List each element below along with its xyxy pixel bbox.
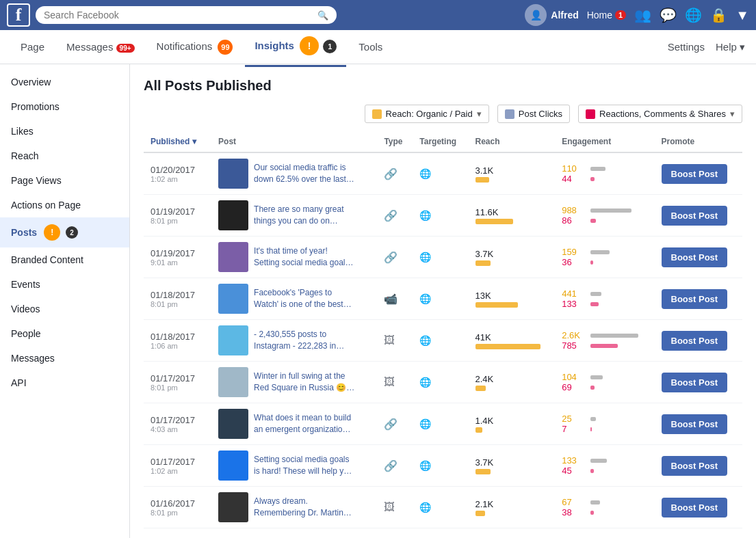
filter-reactions[interactable]: Reactions, Comments & Shares ▾ bbox=[578, 105, 742, 123]
sidebar-item-promotions[interactable]: Promotions bbox=[0, 94, 129, 119]
filter-reach-label: Reach: Organic / Paid bbox=[386, 109, 473, 119]
post-text[interactable]: Facebook's 'Pages to Watch' is one of th… bbox=[254, 287, 355, 310]
engagement-row-2: 133 bbox=[562, 299, 647, 309]
filter-reach-dropdown-icon[interactable]: ▾ bbox=[477, 109, 482, 119]
engagement-value-2: 69 bbox=[562, 382, 586, 392]
tab-page[interactable]: Page bbox=[11, 31, 54, 62]
search-input[interactable] bbox=[44, 10, 317, 21]
engagement-row-2: 36 bbox=[562, 257, 647, 267]
settings-button[interactable]: Settings bbox=[668, 41, 705, 53]
boost-post-button[interactable]: Boost Post bbox=[662, 289, 728, 309]
page-title: All Posts Published bbox=[144, 78, 742, 94]
settings-icon[interactable]: 🔒 bbox=[710, 7, 727, 23]
filter-post-clicks[interactable]: Post Clicks bbox=[497, 105, 570, 123]
type-icon: 📹 bbox=[384, 293, 397, 305]
sidebar-label-likes: Likes bbox=[11, 126, 34, 137]
engagement-value-2: 44 bbox=[562, 174, 586, 184]
col-reach: Reach bbox=[469, 131, 556, 152]
tab-messages[interactable]: Messages 99+ bbox=[57, 31, 144, 62]
sidebar-item-branded-content[interactable]: Branded Content bbox=[0, 247, 129, 272]
reach-bar-wrap bbox=[475, 344, 549, 349]
sidebar-item-likes[interactable]: Likes bbox=[0, 119, 129, 144]
boost-post-button[interactable]: Boost Post bbox=[662, 206, 728, 226]
post-text[interactable]: There are so many great things you can d… bbox=[254, 204, 355, 227]
filter-reactions-dropdown-icon[interactable]: ▾ bbox=[730, 109, 735, 119]
tab-tools[interactable]: Tools bbox=[349, 31, 392, 62]
cell-post: Winter in full swing at the Red Square i… bbox=[211, 362, 377, 403]
post-text[interactable]: - 2,430,555 posts to Instagram - 222,283… bbox=[254, 329, 355, 352]
tab-insights[interactable]: Insights ! 1 bbox=[245, 27, 346, 67]
boost-post-button[interactable]: Boost Post bbox=[662, 373, 728, 392]
boost-post-button[interactable]: Boost Post bbox=[662, 498, 728, 517]
engagement-bar-1 bbox=[590, 375, 603, 379]
help-button[interactable]: Help ▾ bbox=[716, 41, 745, 53]
cell-targeting: 🌐 bbox=[413, 445, 468, 487]
cell-targeting: 🌐 bbox=[413, 403, 468, 445]
boost-post-button[interactable]: Boost Post bbox=[662, 247, 728, 267]
table-row: 01/18/20178:01 pmFacebook's 'Pages to Wa… bbox=[144, 278, 742, 320]
sidebar-item-messages[interactable]: Messages bbox=[0, 346, 129, 371]
search-bar-container[interactable]: 🔍 bbox=[36, 6, 337, 24]
user-avatar-area[interactable]: 👤 Alfred bbox=[525, 4, 578, 26]
sidebar-item-actions-on-page[interactable]: Actions on Page bbox=[0, 193, 129, 217]
post-text[interactable]: Winter in full swing at the Red Square i… bbox=[254, 371, 355, 394]
sidebar-label-api: API bbox=[11, 377, 27, 388]
cell-promote: Boost Post bbox=[655, 152, 742, 195]
post-text[interactable]: Our social media traffic is down 62.5% o… bbox=[254, 162, 355, 185]
table-row: 01/17/20171:02 amSetting social media go… bbox=[144, 445, 742, 487]
post-text[interactable]: Setting social media goals is hard! Thes… bbox=[254, 454, 355, 477]
engagement-bar-1 bbox=[590, 250, 610, 254]
dropdown-icon[interactable]: ▼ bbox=[735, 8, 749, 23]
reach-bar-wrap bbox=[475, 177, 549, 183]
engagement-row-2: 7 bbox=[562, 424, 647, 434]
top-navigation-bar: f 🔍 👤 Alfred Home 1 👥 💬 🌐 🔒 ▼ bbox=[0, 0, 756, 30]
engagement-bar-1 bbox=[590, 417, 596, 421]
sidebar-item-posts[interactable]: Posts ! 2 bbox=[0, 217, 129, 247]
reach-value: 2.1K bbox=[475, 499, 549, 509]
boost-post-button[interactable]: Boost Post bbox=[662, 456, 728, 476]
post-text[interactable]: It's that time of year! Setting social m… bbox=[254, 245, 355, 269]
sidebar-label-events: Events bbox=[11, 279, 40, 290]
reach-value: 13K bbox=[475, 291, 549, 301]
type-icon: 🖼 bbox=[384, 376, 395, 388]
sidebar-item-page-views[interactable]: Page Views bbox=[0, 168, 129, 193]
cell-date: 01/18/20178:01 pm bbox=[144, 278, 211, 320]
boost-post-button[interactable]: Boost Post bbox=[662, 164, 728, 184]
home-button[interactable]: Home 1 bbox=[587, 10, 626, 21]
nav-right-actions: Settings Help ▾ bbox=[668, 41, 745, 53]
sidebar-item-overview[interactable]: Overview bbox=[0, 70, 129, 94]
boost-post-button[interactable]: Boost Post bbox=[662, 331, 728, 351]
cell-engagement: 441 133 bbox=[555, 278, 654, 320]
post-thumbnail bbox=[218, 200, 248, 230]
cell-engagement: 104 69 bbox=[555, 362, 654, 403]
cell-engagement: 988 86 bbox=[555, 195, 654, 237]
time-value: 1:02 am bbox=[151, 175, 205, 183]
sidebar-item-events[interactable]: Events bbox=[0, 272, 129, 297]
cell-date: 01/17/20174:03 am bbox=[144, 403, 211, 445]
time-value: 8:01 pm bbox=[151, 509, 205, 517]
post-thumbnail bbox=[218, 409, 248, 439]
filter-reach[interactable]: Reach: Organic / Paid ▾ bbox=[365, 105, 489, 123]
post-text[interactable]: Always dream. Remembering Dr. Martin Lut… bbox=[254, 496, 355, 519]
sidebar-item-people[interactable]: People bbox=[0, 321, 129, 346]
post-text[interactable]: What does it mean to build an emergent o… bbox=[254, 412, 355, 435]
tab-notifications[interactable]: Notifications 99 bbox=[147, 30, 243, 64]
reach-bar bbox=[475, 511, 485, 516]
cell-type: 📹 bbox=[377, 278, 413, 320]
cell-promote: Boost Post bbox=[655, 278, 742, 320]
sidebar-item-reach[interactable]: Reach bbox=[0, 144, 129, 168]
cell-type: 🖼 bbox=[377, 362, 413, 403]
col-published[interactable]: Published ▾ bbox=[144, 131, 211, 152]
cell-post: Always dream. Remembering Dr. Martin Lut… bbox=[211, 487, 377, 528]
boost-post-button[interactable]: Boost Post bbox=[662, 414, 728, 434]
globe-icon[interactable]: 🌐 bbox=[685, 7, 702, 23]
friends-icon[interactable]: 👥 bbox=[634, 7, 651, 23]
engagement-value-1: 2.6K bbox=[562, 330, 586, 340]
messenger-icon[interactable]: 💬 bbox=[660, 7, 677, 23]
reach-bar-wrap bbox=[475, 469, 549, 474]
sidebar-item-api[interactable]: API bbox=[0, 371, 129, 395]
sidebar-item-videos[interactable]: Videos bbox=[0, 297, 129, 321]
cell-date: 01/17/20178:01 pm bbox=[144, 362, 211, 403]
reach-value: 11.6K bbox=[475, 207, 549, 217]
cell-engagement: 159 36 bbox=[555, 237, 654, 278]
